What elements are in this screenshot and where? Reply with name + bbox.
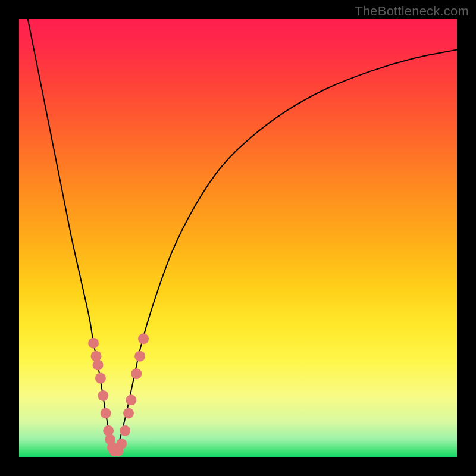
- data-marker: [95, 373, 106, 384]
- right-curve: [115, 50, 457, 453]
- curve-layer: [19, 19, 457, 457]
- data-marker: [88, 338, 99, 349]
- marker-group: [88, 333, 149, 456]
- data-marker: [120, 425, 130, 436]
- watermark-text: TheBottleneck.com: [355, 4, 469, 19]
- data-marker: [138, 333, 149, 344]
- data-marker: [123, 408, 134, 418]
- data-marker: [126, 394, 136, 405]
- data-marker: [131, 368, 142, 379]
- outer-frame: TheBottleneck.com: [0, 0, 476, 476]
- plot-area: [19, 19, 457, 457]
- data-marker: [98, 390, 108, 401]
- data-marker: [101, 408, 111, 418]
- left-curve: [28, 19, 115, 453]
- data-marker: [116, 439, 127, 449]
- data-marker: [134, 351, 145, 362]
- data-marker: [92, 359, 103, 370]
